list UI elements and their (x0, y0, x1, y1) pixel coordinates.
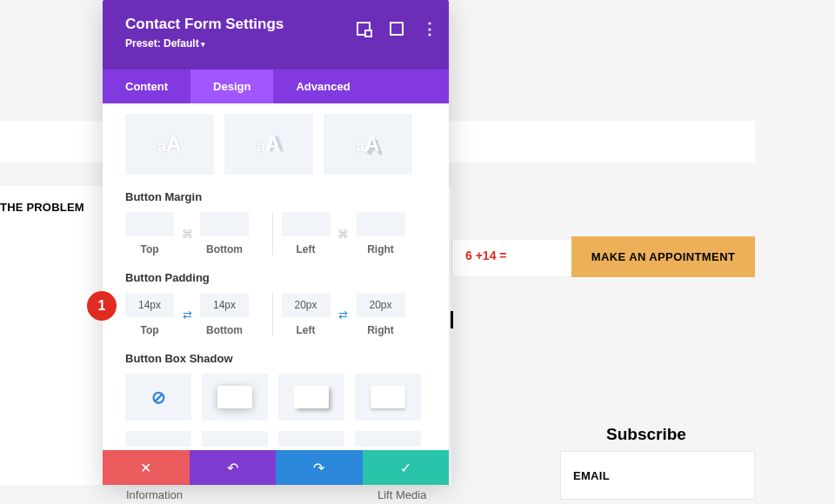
more-options-icon[interactable] (423, 22, 437, 36)
check-icon: ✓ (400, 460, 411, 476)
none-icon: ⊘ (151, 387, 166, 408)
modal-body: aA aA aA Button Margin Top ⌘ Bottom (103, 103, 449, 450)
make-appointment-button[interactable]: MAKE AN APPOINTMENT (571, 236, 755, 277)
padding-controls: Top ⇄ Bottom Left ⇄ Right (125, 293, 426, 336)
tab-design[interactable]: Design (190, 70, 273, 103)
margin-left-input[interactable] (282, 212, 331, 236)
shadow-option-3[interactable] (355, 374, 421, 421)
phone-preview-icon[interactable] (390, 22, 404, 36)
problem-field-label: THE PROBLEM (0, 201, 84, 214)
shadow-options-row: ⊘ (125, 374, 426, 421)
close-icon: ✕ (140, 460, 151, 476)
modal-footer: ✕ ↶ ↷ ✓ (103, 450, 449, 485)
shadow-option-4[interactable] (125, 431, 191, 447)
tab-advanced[interactable]: Advanced (273, 70, 372, 103)
undo-icon: ↶ (227, 460, 238, 476)
text-style-option-3[interactable]: aA (324, 114, 412, 175)
margin-left-label: Left (282, 243, 331, 255)
link-icon: ⇄ (183, 308, 192, 322)
padding-top-input[interactable] (125, 293, 174, 317)
margin-right-input[interactable] (357, 212, 405, 236)
padding-top-label: Top (125, 324, 174, 336)
text-style-option-2[interactable]: aA (224, 114, 313, 175)
settings-modal: Contact Form Settings Preset: Default Co… (103, 0, 449, 485)
text-cursor (451, 311, 453, 328)
link-icon: ⌘ (182, 228, 193, 241)
margin-right-label: Right (357, 243, 405, 255)
margin-tb-link-toggle[interactable]: ⌘ (174, 222, 200, 246)
padding-tb-link-toggle[interactable]: ⇄ (174, 302, 200, 327)
save-button[interactable]: ✓ (363, 450, 450, 485)
button-padding-label: Button Padding (125, 271, 426, 284)
captcha-question: 6 +14 = (465, 249, 507, 262)
padding-lr-link-toggle[interactable]: ⇄ (331, 302, 357, 327)
margin-lr-link-toggle[interactable]: ⌘ (331, 222, 357, 246)
footer-link-lift-media[interactable]: Lift Media (377, 488, 426, 501)
modal-tabs: Content Design Advanced (103, 70, 449, 103)
padding-right-label: Right (357, 324, 405, 336)
margin-top-input[interactable] (125, 212, 174, 236)
padding-bottom-label: Bottom (200, 324, 249, 336)
padding-bottom-input[interactable] (200, 293, 249, 317)
shadow-option-5[interactable] (202, 431, 268, 447)
tab-content[interactable]: Content (103, 70, 190, 103)
padding-left-input[interactable] (282, 293, 331, 317)
redo-icon: ↷ (313, 460, 324, 476)
link-icon: ⇄ (338, 308, 348, 322)
shadow-option-7[interactable] (355, 431, 421, 447)
margin-bottom-label: Bottom (200, 243, 249, 255)
footer-link-information[interactable]: Information (126, 488, 183, 501)
margin-bottom-input[interactable] (200, 212, 249, 236)
link-icon: ⌘ (337, 228, 349, 241)
shadow-option-6[interactable] (278, 431, 344, 447)
shadow-option-1[interactable] (202, 374, 268, 421)
shadow-options-row-2 (125, 431, 426, 447)
step-badge: 1 (87, 291, 117, 321)
subscribe-heading: Subscribe (606, 425, 686, 444)
margin-top-label: Top (125, 243, 174, 255)
responsive-icon[interactable] (357, 22, 371, 36)
shadow-option-2[interactable] (278, 374, 344, 421)
shadow-option-none[interactable]: ⊘ (125, 374, 191, 421)
button-margin-label: Button Margin (125, 190, 426, 203)
cancel-button[interactable]: ✕ (103, 450, 190, 485)
padding-left-label: Left (282, 324, 331, 336)
text-style-options: aA aA aA (125, 114, 426, 175)
padding-right-input[interactable] (357, 293, 405, 317)
text-style-option-1[interactable]: aA (125, 114, 214, 175)
undo-button[interactable]: ↶ (190, 450, 277, 485)
margin-controls: Top ⌘ Bottom Left ⌘ Right (125, 212, 426, 255)
box-shadow-label: Button Box Shadow (125, 352, 426, 365)
redo-button[interactable]: ↷ (276, 450, 363, 485)
preset-dropdown[interactable]: Preset: Default (125, 37, 431, 50)
modal-header: Contact Form Settings Preset: Default (103, 0, 449, 70)
email-field[interactable]: EMAIL (560, 451, 755, 500)
